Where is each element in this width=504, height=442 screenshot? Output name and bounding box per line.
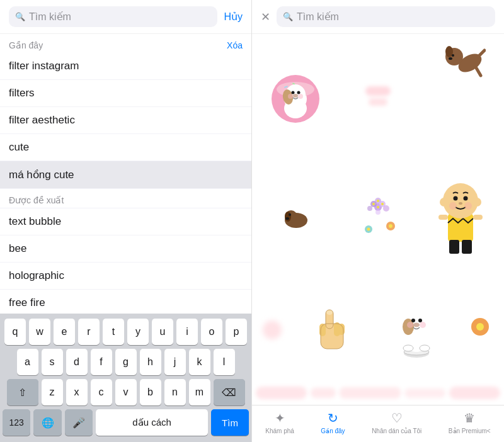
key-q[interactable]: q [4,319,26,345]
svg-point-70 [413,323,420,327]
search-icon: 🔍 [15,12,25,21]
key-l[interactable]: l [214,349,235,375]
svg-point-76 [476,323,484,331]
globe-key[interactable]: 🌐 [33,409,61,436]
sticker-cell-flowers[interactable] [338,195,418,239]
key-h[interactable]: h [140,349,161,375]
svg-point-12 [293,94,298,98]
key-x[interactable]: x [66,379,88,405]
right-panel: ✕ 🔍 Tìm kiếm [252,0,504,442]
key-m[interactable]: m [189,379,210,405]
cancel-button[interactable]: Hủy [224,11,243,23]
key-i[interactable]: i [176,319,198,345]
svg-point-31 [383,205,389,212]
right-search-input[interactable]: Tìm kiếm [297,11,339,23]
sticker-cell-snoopy-sit[interactable] [375,302,457,358]
key-d[interactable]: d [66,349,88,375]
list-item[interactable]: filter instagram [0,53,251,80]
backspace-key[interactable]: ⌫ [214,379,245,405]
key-j[interactable]: j [164,349,186,375]
svg-point-69 [418,319,422,322]
key-z[interactable]: z [42,379,63,405]
key-n[interactable]: n [164,379,186,405]
svg-point-14 [298,94,303,99]
delete-button[interactable]: Xóa [227,40,243,50]
key-w[interactable]: w [29,319,50,345]
sticker-cell-blur[interactable] [338,38,418,154]
key-s[interactable]: s [42,349,63,375]
sticker-row-3 [252,280,504,380]
sticker-pink-blur-left [256,320,289,339]
svg-rect-53 [438,215,448,220]
sticker-cell-hand[interactable] [291,305,373,355]
key-c[interactable]: c [91,379,112,405]
key-a[interactable]: a [17,349,38,375]
svg-point-48 [459,202,462,205]
mic-key[interactable]: 🎤 [65,409,93,436]
svg-point-18 [452,54,454,57]
svg-point-47 [463,196,467,201]
sticker-cell-mole[interactable] [256,203,336,231]
nav-item-explore[interactable]: ✦ Khám phá [265,411,294,434]
search-input-wrap[interactable]: 🔍 Tìm kiếm [9,6,217,27]
nav-item-premium[interactable]: ♛ Bản Premium< [449,411,491,434]
key-y[interactable]: y [127,319,149,345]
nav-label-recent: Gần đây [321,428,345,434]
bottom-nav: ✦ Khám phá ↻ Gần đây ♡ Nhân dán của Tôi … [252,405,504,442]
search-key[interactable]: Tìm [211,409,249,436]
sticker-row-1 [252,34,504,154]
keyboard-row-2: a s d f g h j k l [3,349,249,375]
hand-pointer-sticker [313,305,351,355]
num-key[interactable]: 123 [3,409,30,436]
key-g[interactable]: g [115,349,137,375]
key-u[interactable]: u [152,319,173,345]
svg-point-68 [411,319,415,322]
key-b[interactable]: b [140,379,161,405]
space-key[interactable]: dấu cách [96,409,208,436]
key-o[interactable]: o [201,319,222,345]
close-button[interactable]: ✕ [261,10,270,24]
right-search-wrap[interactable]: 🔍 Tìm kiếm [277,6,495,27]
keyboard-row-1: q w e r t y u i o p [3,319,249,345]
svg-point-45 [472,198,481,207]
svg-point-36 [381,203,384,205]
svg-point-49 [449,202,457,210]
list-item-highlighted[interactable]: má hồng cute [0,161,251,189]
list-item[interactable]: free fire [0,290,251,314]
nav-item-my-stickers[interactable]: ♡ Nhân dán của Tôi [372,411,421,434]
svg-point-39 [389,224,392,228]
sticker-row-2 [252,154,504,280]
sticker-cell-flower-right[interactable] [459,314,500,346]
key-t[interactable]: t [103,319,124,345]
key-v[interactable]: v [115,379,137,405]
keyboard: q w e r t y u i o p a s d f g h j k l ⇧ … [0,314,251,442]
list-item[interactable]: holographic [0,263,251,290]
sticker-cell[interactable] [256,38,336,154]
svg-point-13 [288,94,293,99]
svg-point-71 [407,322,413,328]
key-r[interactable]: r [78,319,100,345]
list-item[interactable]: bee [0,235,251,263]
brown-dog-sticker [435,44,486,88]
list-item[interactable]: cute [0,134,251,161]
key-p[interactable]: p [226,319,247,345]
nav-item-recent[interactable]: ↻ Gần đây [321,411,345,434]
sticker-cell-charlie[interactable] [420,176,500,258]
shift-key[interactable]: ⇧ [7,379,38,405]
keyboard-row-3: ⇧ z x c v b n m ⌫ [3,379,249,405]
svg-point-33 [375,210,381,215]
list-item[interactable]: filters [0,80,251,107]
search-input[interactable]: Tìm kiếm [29,11,211,23]
key-f[interactable]: f [91,349,112,375]
svg-line-21 [476,68,481,76]
list-item[interactable]: filter aesthetic [0,107,251,134]
sticker-row-blur [252,380,504,405]
key-e[interactable]: e [54,319,75,345]
list-item[interactable]: text bubble [0,208,251,235]
sticker-cell-dog[interactable] [420,38,500,154]
svg-point-24 [285,212,291,222]
key-k[interactable]: k [189,349,210,375]
svg-point-26 [285,217,289,220]
svg-point-19 [449,57,452,60]
search-bar: 🔍 Tìm kiếm Hủy [0,0,251,34]
